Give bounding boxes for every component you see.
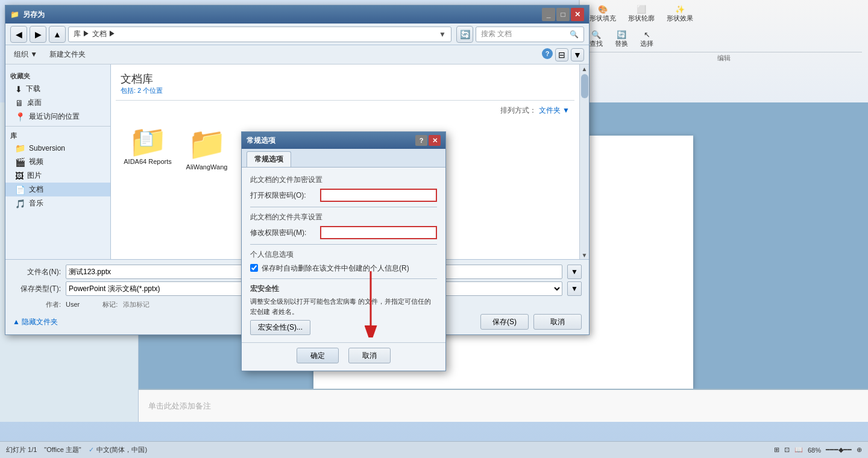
go-divider-3 (250, 278, 437, 279)
sidebar-download-label: 下载 (26, 84, 40, 94)
go-ok-btn[interactable]: 确定 (297, 348, 339, 363)
macro-security-btn[interactable]: 宏安全性(S)... (250, 320, 310, 335)
save-as-close-btn[interactable]: ✕ (571, 8, 584, 21)
nav-path[interactable]: 库 ▶ 文档 ▶ ▼ (68, 27, 451, 42)
new-folder-label: 新建文件夹 (49, 49, 86, 60)
folder-aliwang-icon: 📁 (187, 125, 227, 162)
view-dropdown-btn[interactable]: ▼ (571, 48, 584, 61)
go-titlebar-btns: ? ✕ (415, 135, 441, 146)
doc-encrypt-label: 此文档的文件加密设置 (250, 175, 437, 185)
modify-password-input[interactable] (320, 226, 437, 239)
sidebar-item-download[interactable]: ⬇ 下载 (5, 82, 110, 96)
libraries-label: 库 (5, 129, 110, 142)
sidebar-item-subversion[interactable]: 📁 Subversion (5, 142, 110, 155)
filetype-dropdown-btn[interactable]: ▼ (567, 281, 582, 296)
dialog-toolbar: 组织 ▼ 新建文件夹 ? ⊟ ▼ (5, 45, 589, 64)
go-titlebar: 常规选项 ? ✕ (242, 132, 445, 149)
video-icon: 🎬 (15, 157, 25, 167)
sidebar-divider-1 (5, 126, 110, 127)
search-box[interactable]: 搜索 文档 🔍 (476, 27, 584, 42)
save-as-minimize-btn[interactable]: _ (542, 8, 555, 21)
save-as-maximize-btn[interactable]: □ (556, 8, 570, 21)
sidebar-desktop-label: 桌面 (27, 98, 42, 108)
macro-text: 调整安全级别以打开可能包含宏病毒 的文件，并指定可信任的宏创建 者姓名。 (250, 296, 437, 316)
save-as-titlebar: 📁 另存为 _ □ ✕ (5, 5, 589, 24)
nav-up-btn[interactable]: ▲ (49, 26, 66, 43)
search-icon: 🔍 (570, 30, 579, 39)
desktop-icon: 🖥 (15, 98, 24, 108)
open-password-label: 打开权限密码(O): (250, 190, 316, 201)
go-divider-2 (250, 244, 437, 245)
sidebar-item-desktop[interactable]: 🖥 桌面 (5, 96, 110, 110)
save-as-title: 另存为 (23, 10, 541, 20)
download-icon: ⬇ (15, 84, 22, 94)
open-password-row: 打开权限密码(O): (250, 189, 437, 202)
modify-password-row: 修改权限密码(M): (250, 226, 437, 239)
scroll-up-btn[interactable]: ▲ (580, 64, 589, 73)
favorites-label: 收藏夹 (5, 69, 110, 82)
organize-btn[interactable]: 组织 ▼ (10, 48, 41, 61)
sidebar-item-documents[interactable]: 📄 文档 (5, 183, 110, 196)
folder-aida64-label: AIDA64 Reports (124, 158, 171, 165)
sidebar-documents-label: 文档 (29, 184, 43, 195)
content-subtitle[interactable]: 包括: 2 个位置 (121, 86, 570, 95)
new-folder-btn[interactable]: 新建文件夹 (46, 48, 89, 61)
personal-info-label: 个人信息选项 (250, 249, 437, 260)
filename-label: 文件名(N): (13, 267, 61, 277)
nav-dropdown-icon[interactable]: ▼ (439, 30, 446, 39)
content-title: 文档库 (121, 72, 570, 86)
view-toggle-btn[interactable]: ⊟ (555, 48, 568, 61)
personal-checkbox-label: 保存时自动删除在该文件中创建的个人信息(R) (262, 263, 409, 274)
subversion-icon: 📁 (15, 143, 25, 153)
tags-label: 标记: (102, 300, 118, 309)
sidebar-music-label: 音乐 (29, 198, 43, 209)
pictures-icon: 🖼 (15, 171, 24, 181)
folder-item-aliwang[interactable]: 📁 AliWangWang (180, 123, 234, 180)
macro-label: 宏安全性 (250, 284, 437, 294)
go-title: 常规选项 (247, 136, 415, 146)
sort-type[interactable]: 文件夹 ▼ (539, 105, 570, 116)
go-help-btn[interactable]: ? (415, 135, 427, 146)
search-placeholder: 搜索 文档 (481, 29, 512, 39)
folder-aliwang-label: AliWangWang (186, 163, 228, 171)
filename-dropdown-btn[interactable]: ▼ (567, 265, 582, 279)
personal-checkbox[interactable] (250, 264, 258, 272)
scroll-down-btn[interactable]: ▼ (580, 251, 589, 259)
help-icon[interactable]: ? (542, 48, 553, 59)
sidebar-item-pictures[interactable]: 🖼 图片 (5, 169, 110, 183)
dialog-sidebar: 收藏夹 ⬇ 下载 🖥 桌面 📍 最近访问的位置 库 📁 Subversio (5, 64, 111, 259)
folder-aida64-icon: 📁 📄 (128, 125, 168, 157)
go-close-btn[interactable]: ✕ (429, 135, 441, 146)
save-btn[interactable]: 保存(S) (480, 314, 529, 330)
sidebar-subversion-label: Subversion (29, 144, 65, 152)
macro-section: 宏安全性 调整安全级别以打开可能包含宏病毒 的文件，并指定可信任的宏创建 者姓名… (250, 284, 437, 335)
sidebar-item-recent[interactable]: 📍 最近访问的位置 (5, 110, 110, 124)
folder-item-aida64[interactable]: 📁 📄 AIDA64 Reports (121, 123, 175, 180)
sidebar-item-video[interactable]: 🎬 视频 (5, 155, 110, 169)
recent-icon: 📍 (15, 112, 25, 122)
scroll-thumb[interactable] (581, 74, 588, 98)
open-password-input[interactable] (320, 189, 437, 202)
nav-refresh-btn[interactable]: 🔄 (456, 26, 473, 43)
music-icon: 🎵 (15, 199, 25, 209)
sort-label: 排列方式： (500, 105, 536, 116)
nav-back-btn[interactable]: ◀ (10, 26, 27, 43)
content-header: 文档库 包括: 2 个位置 (116, 69, 574, 101)
filetype-label: 保存类型(T): (13, 284, 61, 294)
go-tab-general[interactable]: 常规选项 (247, 151, 291, 167)
sort-bar: 排列方式： 文件夹 ▼ (116, 105, 574, 118)
hide-label[interactable]: ▲ 隐藏文件夹 (13, 317, 58, 327)
organize-label: 组织 ▼ (14, 49, 37, 60)
author-value: User (66, 301, 80, 308)
go-body: 此文档的文件加密设置 打开权限密码(O): 此文档的文件共享设置 修改权限密码(… (242, 168, 445, 342)
nav-forward-btn[interactable]: ▶ (30, 26, 46, 43)
dialog-scrollbar[interactable]: ▲ ▼ (579, 64, 589, 259)
dialog-navbar: ◀ ▶ ▲ 库 ▶ 文档 ▶ ▼ 🔄 搜索 文档 🔍 (5, 24, 589, 45)
save-as-title-icon: 📁 (10, 10, 19, 19)
sidebar-item-music[interactable]: 🎵 音乐 (5, 196, 110, 210)
personal-checkbox-row: 保存时自动删除在该文件中创建的个人信息(R) (250, 263, 437, 274)
sidebar-video-label: 视频 (29, 157, 43, 167)
doc-share-label: 此文档的文件共享设置 (250, 212, 437, 222)
go-cancel-btn[interactable]: 取消 (348, 348, 391, 363)
cancel-btn[interactable]: 取消 (533, 314, 582, 330)
